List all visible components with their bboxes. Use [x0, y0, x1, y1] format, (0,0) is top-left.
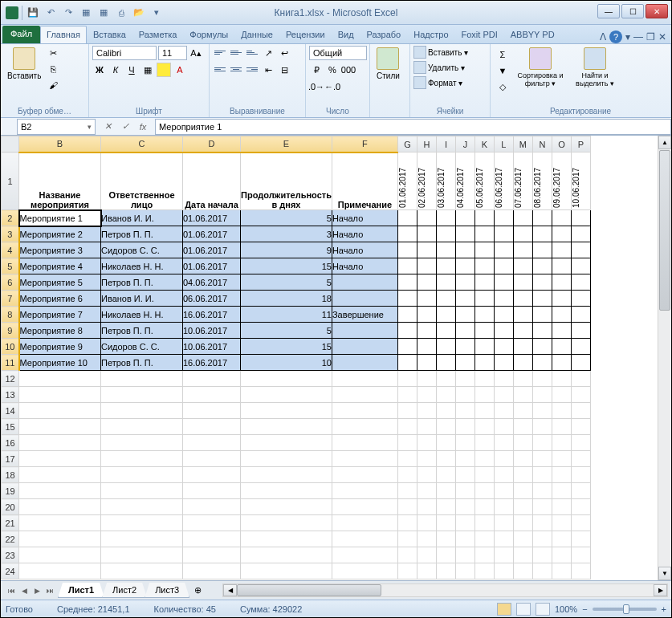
percent-icon[interactable]: %	[325, 63, 340, 77]
cell[interactable]: 05.06.2017	[474, 152, 494, 210]
ribbon-tab-Данные[interactable]: Данные	[234, 26, 279, 43]
sheet-nav-first-icon[interactable]: ⏮	[6, 584, 17, 597]
cell[interactable]	[571, 226, 590, 242]
cell[interactable]: Название мероприятия	[19, 152, 101, 210]
cell[interactable]	[571, 419, 590, 435]
cell[interactable]	[332, 323, 397, 339]
cell[interactable]: 18	[241, 291, 332, 307]
ribbon-tab-Разметка[interactable]: Разметка	[132, 26, 184, 43]
cell[interactable]	[19, 419, 101, 435]
sheet-tab[interactable]: Лист3	[145, 583, 189, 598]
cell[interactable]	[474, 547, 494, 563]
cell[interactable]	[397, 403, 417, 419]
column-header[interactable]: P	[571, 136, 590, 152]
cell[interactable]	[552, 226, 571, 242]
cell[interactable]	[474, 274, 494, 291]
cell[interactable]: Мероприятие 3	[19, 242, 101, 258]
cell[interactable]	[474, 355, 494, 371]
cell[interactable]	[332, 451, 397, 467]
scroll-thumb[interactable]	[237, 584, 381, 596]
cell[interactable]	[183, 451, 241, 467]
cell[interactable]	[513, 258, 532, 274]
cell[interactable]	[417, 371, 436, 387]
cell[interactable]	[571, 307, 590, 323]
cell[interactable]: Сидоров С. С.	[101, 339, 183, 355]
cell[interactable]	[19, 467, 101, 483]
cell[interactable]	[241, 499, 332, 515]
cell[interactable]	[552, 307, 571, 323]
cell[interactable]	[513, 226, 532, 242]
cell[interactable]	[417, 499, 436, 515]
row-header[interactable]: 4	[2, 242, 19, 258]
cell[interactable]	[532, 451, 552, 467]
cell[interactable]	[19, 515, 101, 531]
cell[interactable]	[101, 451, 183, 467]
horizontal-scrollbar[interactable]: ◀ ▶	[222, 583, 668, 597]
cell[interactable]	[397, 323, 417, 339]
cell[interactable]	[552, 563, 571, 579]
cell[interactable]: 09.06.2017	[552, 152, 571, 210]
cell[interactable]: 16.06.2017	[183, 307, 241, 323]
cell[interactable]	[455, 403, 474, 419]
cell[interactable]	[513, 307, 532, 323]
cell[interactable]	[532, 547, 552, 563]
cell[interactable]	[19, 483, 101, 499]
cell[interactable]	[532, 403, 552, 419]
view-pagebreak-button[interactable]	[536, 603, 550, 616]
cell[interactable]	[101, 547, 183, 563]
cell[interactable]: Мероприятие 5	[19, 274, 101, 291]
number-format-combo[interactable]: Общий	[309, 46, 367, 60]
cell[interactable]	[397, 274, 417, 291]
cell[interactable]	[183, 547, 241, 563]
ribbon-tab-Разрабо[interactable]: Разрабо	[360, 26, 408, 43]
qat-more-icon[interactable]: ▾	[149, 6, 164, 20]
cell[interactable]: Продолжительность в днях	[241, 152, 332, 210]
minimize-button[interactable]: —	[597, 4, 620, 18]
row-header[interactable]: 6	[2, 274, 19, 291]
cell[interactable]	[513, 403, 532, 419]
cell[interactable]: Петров П. П.	[101, 323, 183, 339]
cell[interactable]	[241, 563, 332, 579]
cell[interactable]	[571, 323, 590, 339]
doc-restore-icon[interactable]: ❐	[646, 31, 655, 43]
cell[interactable]	[552, 258, 571, 274]
cell[interactable]	[552, 323, 571, 339]
cell[interactable]	[455, 387, 474, 403]
cell[interactable]	[183, 515, 241, 531]
cell[interactable]	[494, 403, 513, 419]
cell[interactable]	[455, 258, 474, 274]
cell[interactable]	[436, 563, 455, 579]
cell[interactable]	[532, 274, 552, 291]
column-header[interactable]: M	[513, 136, 532, 152]
cell[interactable]	[241, 547, 332, 563]
cell[interactable]	[397, 387, 417, 403]
cell[interactable]	[417, 291, 436, 307]
cell[interactable]: Ответственное лицо	[101, 152, 183, 210]
cell[interactable]	[455, 467, 474, 483]
delete-cells-button[interactable]: Удалить ▾	[413, 61, 465, 74]
cell[interactable]	[571, 499, 590, 515]
cell[interactable]: 06.06.2017	[494, 152, 513, 210]
autosum-icon[interactable]: Σ	[495, 47, 510, 62]
row-header[interactable]: 23	[2, 547, 19, 563]
cell[interactable]: 01.06.2017	[183, 242, 241, 258]
cell[interactable]	[397, 210, 417, 226]
cell[interactable]: 06.06.2017	[183, 291, 241, 307]
cell[interactable]	[332, 483, 397, 499]
cell[interactable]	[552, 274, 571, 291]
ribbon-opts-icon[interactable]: ▾	[625, 31, 630, 43]
cell[interactable]	[474, 307, 494, 323]
cell[interactable]	[397, 563, 417, 579]
cell[interactable]	[474, 258, 494, 274]
cell[interactable]: Мероприятие 4	[19, 258, 101, 274]
cell[interactable]	[436, 531, 455, 547]
row-header[interactable]: 2	[2, 210, 19, 226]
cell[interactable]	[417, 483, 436, 499]
cell[interactable]: Петров П. П.	[101, 274, 183, 291]
cell[interactable]	[241, 419, 332, 435]
cell[interactable]	[436, 274, 455, 291]
cell[interactable]	[455, 339, 474, 355]
cell[interactable]	[455, 226, 474, 242]
cell[interactable]	[532, 499, 552, 515]
cell[interactable]	[397, 435, 417, 451]
